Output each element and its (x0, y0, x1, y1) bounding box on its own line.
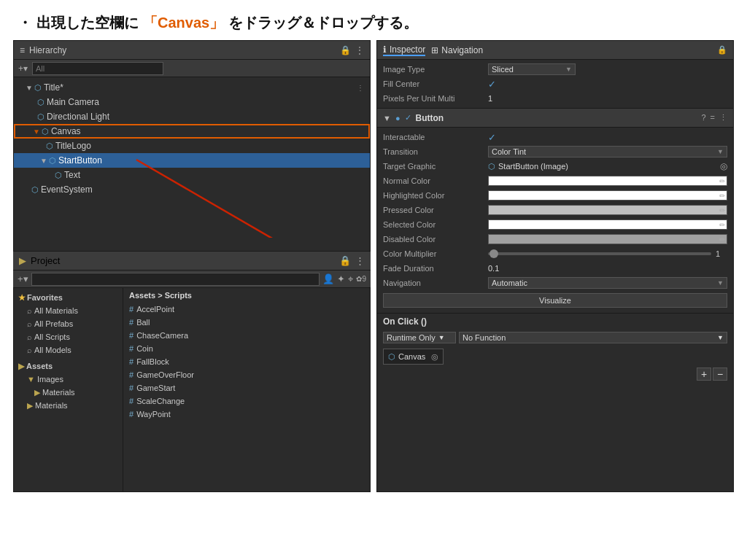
target-icon[interactable]: ◎ (431, 352, 438, 362)
button-component-header[interactable]: ▼ ● ✓ Button ? = ⋮ (377, 109, 733, 128)
eyedropper-icon[interactable]: ✏ (719, 221, 725, 229)
tree-item-canvas[interactable]: ▼ ⬡ Canvas (14, 124, 370, 139)
project-all-models[interactable]: ⌕ All Models (14, 343, 123, 357)
disabled-color-swatch[interactable]: ✏ (488, 234, 727, 244)
lock-icon[interactable]: 🔒 (717, 45, 727, 54)
project-search[interactable] (31, 273, 320, 286)
highlighted-color-swatch[interactable]: ✏ (488, 190, 727, 201)
lock-icon[interactable]: 🔒 (340, 45, 351, 55)
nofunc-dropdown[interactable]: No Function ▼ (459, 332, 727, 343)
settings-icon[interactable]: = (711, 113, 715, 122)
script-accelpoint[interactable]: # AccelPoint (129, 303, 364, 316)
script-scalechange[interactable]: # ScaleChange (129, 394, 364, 408)
color-multiplier-label: Color Multiplier (383, 249, 485, 258)
more-icon[interactable]: ⋮ (355, 45, 364, 55)
runtime-label: Runtime Only (387, 333, 436, 342)
add-onclick-button[interactable]: + (697, 368, 711, 381)
bullet: ・ (18, 13, 32, 33)
interactable-label: Interactable (383, 133, 485, 141)
project-all-prefabs[interactable]: ⌕ All Prefabs (14, 317, 123, 330)
script-gamestart[interactable]: # GameStart (129, 381, 364, 394)
image-type-dropdown[interactable]: Sliced ▼ (488, 63, 576, 75)
tree-item-dirlight[interactable]: ⬡ Directional Light (14, 109, 370, 124)
project-images[interactable]: ▼ Images (14, 373, 123, 386)
highlighted-color-row: Highlighted Color ✏ (383, 188, 727, 203)
label: AccelPoint (136, 305, 174, 314)
script-waypoint[interactable]: # WayPoint (129, 408, 364, 421)
selected-color-label: Selected Color (383, 220, 485, 229)
target-graphic-value: StartButton (Image) (498, 162, 568, 171)
eyedropper-icon[interactable]: ✏ (719, 206, 725, 214)
help-icon[interactable]: ? (701, 113, 705, 122)
hierarchy-search[interactable] (32, 62, 163, 75)
project-main: Assets > Scripts # AccelPoint # Ball # (123, 288, 370, 491)
cube-icon: ⬡ (34, 83, 42, 93)
more-icon[interactable]: ⋮ (355, 255, 365, 266)
target-graphic-row: Target Graphic ⬡ StartButton (Image) ◎ (383, 159, 727, 174)
script-gameoverfloor[interactable]: # GameOverFloor (129, 368, 364, 381)
interactable-checkbox[interactable]: ✓ (488, 132, 496, 143)
navigation-tab[interactable]: ⊞ Navigation (431, 45, 483, 55)
create-icon[interactable]: 👤 (322, 273, 334, 284)
tree-item-maincamera[interactable]: ⬡ Main Camera (14, 95, 370, 109)
favorites-label: Favorites (27, 293, 63, 302)
project-materials[interactable]: ▶ Materials (14, 399, 123, 412)
eyedropper-icon[interactable]: ✏ (719, 177, 725, 185)
project-all-scripts[interactable]: ⌕ All Scripts (14, 330, 123, 343)
canvas-entry[interactable]: ⬡ Canvas ◎ (383, 349, 444, 365)
project-materials-sub[interactable]: ▶ Materials (14, 386, 123, 399)
slider-thumb (489, 249, 498, 258)
search-icon: ⌕ (27, 346, 32, 354)
runtime-dropdown[interactable]: Runtime Only ▼ (383, 332, 456, 343)
assets-label: Assets (26, 362, 53, 370)
tree-item-startbutton[interactable]: ▼ ⬡ StartButton (14, 153, 370, 168)
color-multiplier-slider[interactable]: 1 (488, 249, 727, 258)
canvas-icon: ⬡ (388, 352, 395, 362)
tree-item-titlelogo[interactable]: ⬡ TitleLogo (14, 139, 370, 153)
dots-icon[interactable]: ⋮ (357, 84, 364, 92)
pressed-color-swatch[interactable]: ✏ (488, 205, 727, 215)
folder-icon: ▶ (19, 255, 26, 266)
script-chasecamera[interactable]: # ChaseCamera (129, 329, 364, 342)
selected-color-swatch[interactable]: ✏ (488, 219, 727, 230)
label: ScaleChange (136, 397, 185, 405)
normal-color-swatch[interactable]: ✏ (488, 176, 727, 186)
star-icon[interactable]: ✦ (337, 273, 345, 284)
tag-icon[interactable]: ⌖ (348, 273, 353, 285)
script-fallblock[interactable]: # FallBlock (129, 355, 364, 368)
navigation-dropdown[interactable]: Automatic ▼ (488, 277, 727, 289)
checkbox-button[interactable]: ✓ (405, 113, 411, 122)
script-ball[interactable]: # Ball (129, 316, 364, 329)
image-type-value: Sliced (492, 65, 514, 74)
favorites-header[interactable]: ★ Favorites (14, 291, 123, 304)
hierarchy-icon: ≡ (20, 45, 25, 55)
script-coin[interactable]: # Coin (129, 342, 364, 355)
breadcrumb: Assets > Scripts (129, 291, 364, 300)
inspector-tab[interactable]: ℹ Inspector (383, 44, 425, 56)
transition-dropdown[interactable]: Color Tint ▼ (488, 146, 727, 158)
project-toolbar: +▾ 👤 ✦ ⌖ ✿9 (13, 271, 371, 288)
inspector-panel: ℹ Inspector ⊞ Navigation 🔒 Image Type Sl… (376, 40, 734, 492)
folder-icon: ▶ (27, 401, 33, 411)
hierarchy-content: ▼ ⬡ Title* ⋮ ⬡ Main Camera ⬡ Directional… (14, 77, 370, 238)
navigation-row: Navigation Automatic ▼ (383, 276, 727, 290)
eyedropper-icon[interactable]: ✏ (719, 236, 725, 244)
tree-item-title[interactable]: ▼ ⬡ Title* ⋮ (14, 80, 370, 95)
eyedropper-icon[interactable]: ✏ (719, 192, 725, 200)
circle-button[interactable]: ◎ (720, 161, 727, 171)
remove-onclick-button[interactable]: − (713, 368, 727, 381)
visualize-button[interactable]: Visualize (383, 293, 727, 308)
tree-item-text[interactable]: ⬡ Text (14, 168, 370, 182)
project-all-materials[interactable]: ⌕ All Materials (14, 304, 123, 317)
fill-center-checkbox[interactable]: ✓ (488, 79, 496, 90)
color-multiplier-row: Color Multiplier 1 (383, 246, 727, 261)
add-button[interactable]: +▾ (18, 63, 28, 74)
add-button[interactable]: +▾ (18, 273, 28, 284)
more-icon[interactable]: ⋮ (719, 113, 727, 122)
pixels-value: 1 (488, 94, 727, 103)
assets-header[interactable]: ▶ Assets (14, 359, 123, 373)
lock-icon[interactable]: 🔒 (339, 255, 351, 266)
cube-icon: ⬡ (46, 141, 53, 151)
script-icon: # (129, 384, 133, 392)
tree-item-eventsystem[interactable]: ⬡ EventSystem (14, 182, 370, 197)
